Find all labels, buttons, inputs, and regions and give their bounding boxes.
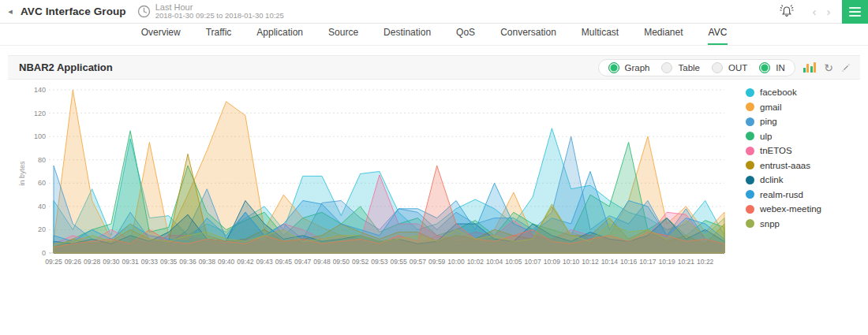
legend-item-ping[interactable]: ping — [746, 117, 821, 126]
nbar2-panel: NBAR2 Application Graph Table OUT IN ↻ i… — [8, 55, 860, 288]
back-button[interactable]: ◂ — [0, 6, 21, 17]
svg-text:09:26: 09:26 — [65, 258, 82, 266]
tab-source[interactable]: Source — [327, 22, 359, 45]
svg-text:09:50: 09:50 — [333, 258, 350, 266]
legend-item-entrust-aaas[interactable]: entrust-aaas — [746, 161, 821, 170]
svg-text:09:28: 09:28 — [84, 258, 101, 266]
tab-conversation[interactable]: Conversation — [499, 22, 557, 45]
svg-text:60: 60 — [38, 179, 46, 187]
svg-text:10:04: 10:04 — [486, 258, 503, 266]
svg-text:09:33: 09:33 — [141, 258, 159, 266]
svg-text:20: 20 — [38, 225, 46, 233]
svg-text:100: 100 — [34, 132, 46, 140]
alert-bell-icon[interactable] — [779, 4, 795, 20]
realm-rusd-color-dot — [746, 190, 754, 199]
panel-title: NBAR2 Application — [19, 61, 113, 73]
facebook-color-dot — [746, 88, 754, 97]
legend-item-facebook[interactable]: facebook — [746, 87, 821, 97]
svg-text:09:25: 09:25 — [45, 258, 62, 266]
svg-text:09:55: 09:55 — [391, 258, 408, 266]
svg-text:09:42: 09:42 — [237, 258, 254, 266]
panel-header: NBAR2 Application Graph Table OUT IN ↻ — [8, 55, 860, 80]
ulp-color-dot — [746, 132, 754, 140]
svg-text:10:12: 10:12 — [582, 258, 599, 266]
svg-text:10:10: 10:10 — [563, 258, 580, 266]
svg-text:09:47: 09:47 — [294, 258, 312, 266]
in-radio[interactable] — [759, 62, 770, 73]
svg-text:09:31: 09:31 — [122, 258, 140, 266]
legend-item-snpp[interactable]: snpp — [746, 219, 821, 229]
nbar2-area-chart: 02040608010012014009:2509:2609:2809:3009… — [22, 84, 736, 281]
svg-text:09:59: 09:59 — [428, 258, 446, 266]
tab-overview[interactable]: Overview — [140, 22, 181, 45]
svg-text:09:30: 09:30 — [103, 258, 120, 266]
time-range-detail: 2018-01-30 09:25 to 2018-01-30 10:25 — [155, 12, 284, 20]
menu-button[interactable] — [842, 0, 868, 24]
legend-item-realm-rusd[interactable]: realm-rusd — [746, 190, 821, 199]
svg-text:09:40: 09:40 — [218, 258, 235, 266]
tab-avc[interactable]: AVC — [708, 22, 728, 45]
out-radio[interactable] — [712, 62, 723, 73]
chevron-right-icon[interactable]: › — [821, 5, 836, 18]
svg-text:10:05: 10:05 — [505, 258, 522, 266]
bar-chart-icon[interactable] — [803, 62, 817, 73]
tab-application[interactable]: Application — [256, 22, 304, 45]
time-range-selector[interactable]: Last Hour 2018-01-30 09:25 to 2018-01-30… — [137, 2, 284, 20]
chart-area: in bytes 02040608010012014009:2509:2609:… — [8, 83, 860, 288]
legend-item-webex-meeting[interactable]: webex-meeting — [746, 204, 821, 214]
svg-text:10:00: 10:00 — [447, 258, 465, 266]
svg-text:10:14: 10:14 — [601, 258, 619, 266]
tab-multicast[interactable]: Multicast — [581, 22, 619, 45]
svg-text:09:35: 09:35 — [160, 258, 178, 266]
legend-item-gmail[interactable]: gmail — [746, 102, 821, 112]
svg-text:09:38: 09:38 — [199, 258, 216, 266]
panel-controls: Graph Table OUT IN ↻ — [598, 59, 851, 76]
view-toggle-group: Graph Table OUT IN — [598, 59, 795, 76]
svg-text:10:21: 10:21 — [678, 258, 695, 266]
page-title: AVC Interface Group — [21, 6, 126, 17]
svg-text:120: 120 — [34, 110, 46, 117]
section-tab-bar: Overview Traffic Application Source Dest… — [0, 24, 868, 46]
tab-qos[interactable]: QoS — [455, 22, 476, 45]
svg-text:10:07: 10:07 — [525, 258, 542, 266]
svg-text:0: 0 — [42, 249, 46, 257]
svg-text:10:02: 10:02 — [467, 258, 485, 266]
svg-text:10:17: 10:17 — [639, 258, 657, 266]
svg-text:10:22: 10:22 — [697, 258, 714, 266]
expand-icon[interactable] — [841, 63, 851, 73]
legend-item-dclink[interactable]: dclink — [746, 175, 821, 184]
clock-icon — [137, 5, 151, 18]
tab-medianet[interactable]: Medianet — [643, 22, 683, 45]
chart-legend: facebook gmail ping ulp tnETOS entrust-a… — [746, 87, 821, 229]
svg-text:40: 40 — [38, 203, 46, 210]
chevron-left-icon[interactable]: ‹ — [807, 5, 821, 18]
graph-radio-label[interactable]: Graph — [625, 63, 650, 73]
svg-text:09:36: 09:36 — [179, 258, 196, 266]
svg-text:09:57: 09:57 — [410, 258, 427, 266]
svg-text:09:53: 09:53 — [371, 258, 388, 266]
legend-item-tnetos[interactable]: tnETOS — [746, 146, 821, 155]
refresh-icon[interactable]: ↻ — [824, 62, 833, 73]
ping-color-dot — [746, 117, 754, 126]
svg-text:10:19: 10:19 — [659, 258, 676, 266]
in-radio-label[interactable]: IN — [776, 63, 785, 73]
tab-traffic[interactable]: Traffic — [205, 22, 233, 45]
table-radio-label[interactable]: Table — [678, 63, 700, 73]
tnetos-color-dot — [746, 147, 754, 155]
top-bar: ◂ AVC Interface Group Last Hour 2018-01-… — [0, 0, 868, 24]
snpp-color-dot — [746, 219, 754, 228]
svg-text:09:48: 09:48 — [313, 258, 331, 266]
graph-radio[interactable] — [608, 62, 619, 73]
svg-text:80: 80 — [38, 156, 46, 164]
out-radio-label[interactable]: OUT — [728, 63, 747, 73]
svg-text:140: 140 — [34, 86, 46, 94]
legend-item-ulp[interactable]: ulp — [746, 132, 821, 141]
svg-text:10:09: 10:09 — [544, 258, 561, 266]
table-radio[interactable] — [661, 62, 672, 73]
svg-text:09:52: 09:52 — [352, 258, 369, 266]
entrust-aaas-color-dot — [746, 161, 754, 169]
dclink-color-dot — [746, 176, 754, 184]
tab-destination[interactable]: Destination — [383, 22, 432, 45]
svg-text:10:16: 10:16 — [620, 258, 638, 266]
svg-text:09:45: 09:45 — [275, 258, 293, 266]
